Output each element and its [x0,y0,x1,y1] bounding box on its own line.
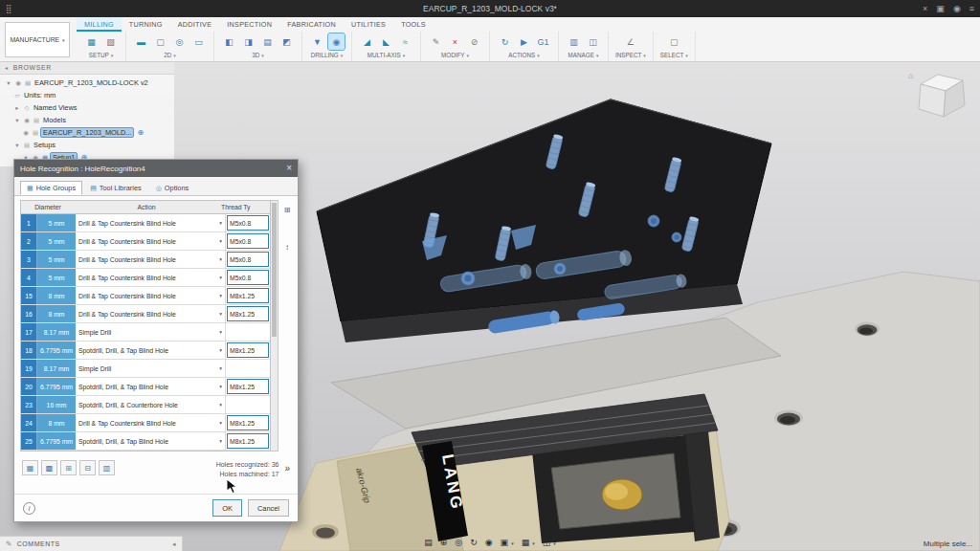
2d-group-dropdown[interactable]: 2D▾ [164,52,176,58]
browser-item-models[interactable]: ▾◉▤Models [0,114,174,126]
setup-group-dropdown[interactable]: SETUP▾ [89,52,114,58]
3d-pocket-icon[interactable]: ◨ [240,33,256,50]
drill-icon[interactable]: ▼ [309,33,325,50]
inspect-group-dropdown[interactable]: INSPECT▾ [615,52,646,58]
thread-value[interactable]: M5x0.8 [227,233,269,249]
file-tab-icon[interactable]: ▤ [424,539,433,547]
scrollbar-thumb[interactable] [272,203,277,337]
thread-cell[interactable] [226,323,270,341]
app-grid-icon[interactable]: ⣿ [6,5,12,13]
workspace-selector[interactable]: MANUFACTURE ▾ [5,22,70,57]
face-icon[interactable]: ▬ [133,33,149,50]
thread-value[interactable]: M8x1.25 [227,415,269,430]
adaptive-clearing-icon[interactable]: ◧ [221,33,237,50]
action-select[interactable]: Drill & Tap Countersink Blind Hole▾ [76,251,226,268]
thread-cell[interactable]: M5x0.8 [226,269,270,286]
notifications-icon[interactable]: ≡ [969,5,974,13]
sort-icon[interactable]: ↕ [285,243,289,252]
close-document-icon[interactable]: × [923,5,927,13]
profile-icon[interactable]: ◉ [953,5,961,13]
tab-milling[interactable]: MILLING [77,17,122,32]
action-select[interactable]: Simple Drill▾ [76,360,226,377]
expand-panel-icon[interactable]: » [284,463,290,474]
browser-item-model-earcup[interactable]: ◉▤EARCUP_R_1203_MOLD...⊕ [0,126,174,139]
modify-group-dropdown[interactable]: MODIFY▾ [441,52,469,58]
viewports-icon[interactable]: ◫ [543,539,551,547]
action-select[interactable]: Spotdrill, Drill, & Tap Blind Hole▾ [76,342,226,359]
thread-cell[interactable]: M8x1.25 [226,305,270,322]
collapse-groups-icon[interactable]: ⊟ [79,460,96,475]
action-select[interactable]: Spotdrill, Drill, & Counterbore Hole▾ [76,396,226,413]
browser-item-root[interactable]: ▾◉▤EARCUP_R_1203_MOLD-LOCK v2 [0,77,174,89]
hole-filter-icon[interactable]: ⊞ [284,206,291,214]
generate-icon[interactable]: ↻ [497,33,513,50]
thread-cell[interactable]: M5x0.8 [226,214,270,231]
multi-axis-contour-icon[interactable]: ◣ [378,33,394,50]
measure-icon[interactable]: ∠ [622,33,638,50]
swarf-icon[interactable]: ◢ [359,33,375,50]
thread-value[interactable]: M5x0.8 [227,215,269,231]
hole-recognition-icon[interactable]: ◉ [328,33,345,50]
thread-value[interactable]: M8x1.25 [227,342,269,358]
2d-pocket-icon[interactable]: ▢ [152,33,168,50]
dialog-tab-hole-groups[interactable]: ▦Hole Groups [20,181,82,195]
thread-cell[interactable]: M8x1.25 [226,378,270,395]
expand-groups-icon[interactable]: ⊞ [60,460,77,475]
mold-block[interactable] [317,99,771,342]
view-cube[interactable]: ⌂ [907,67,974,128]
parallel-icon[interactable]: ▤ [259,33,276,50]
3d-group-dropdown[interactable]: 3D▾ [252,52,264,58]
browser-item-units[interactable]: ▱Units: mm [0,89,174,101]
extensions-icon[interactable]: ▣ [936,5,945,13]
select-group-dropdown[interactable]: SELECT▾ [660,52,688,58]
ok-button[interactable]: OK [212,499,242,517]
actions-group-dropdown[interactable]: ACTIONS▾ [508,52,540,58]
thread-cell[interactable]: M5x0.8 [226,232,270,250]
dialog-tab-tool-libraries[interactable]: ▤Tool Libraries [83,181,148,195]
suppress-icon[interactable]: ⊘ [466,33,482,50]
orbit-icon[interactable]: ↻ [470,539,478,547]
thread-cell[interactable]: M8x1.25 [226,432,270,450]
drilling-group-dropdown[interactable]: DRILLING▾ [311,52,344,58]
tab-fabrication[interactable]: FABRICATION [279,17,344,32]
thread-value[interactable]: M8x1.25 [227,433,269,449]
cancel-button[interactable]: Cancel [248,499,289,517]
thread-cell[interactable] [226,360,270,377]
add-icon[interactable]: ⊕ [137,128,144,137]
thread-value[interactable]: M5x0.8 [227,252,269,267]
edit-toolpath-icon[interactable]: ✎ [428,33,444,50]
2d-contour-icon[interactable]: ◎ [171,33,188,50]
grid-settings-icon[interactable]: ▦ [522,539,530,547]
select-icon[interactable]: ▢ [666,33,682,50]
delete-toolpath-icon[interactable]: × [447,33,463,50]
thread-cell[interactable] [226,396,270,413]
clear-selection-icon[interactable]: ▩ [41,460,57,475]
dialog-close-icon[interactable]: × [286,164,292,173]
action-select[interactable]: Spotdrill, Drill, & Tap Blind Hole▾ [76,432,226,450]
simulate-icon[interactable]: ▶ [516,33,532,50]
scallop-icon[interactable]: ◩ [278,33,295,50]
thread-value[interactable]: M8x1.25 [227,288,269,303]
comments-bar[interactable]: ✎ COMMENTS ◂ [0,536,183,551]
multi-axis-group-dropdown[interactable]: MULTI-AXIS▾ [368,52,405,58]
thread-cell[interactable]: M5x0.8 [226,251,270,268]
post-process-icon[interactable]: G1 [535,33,551,50]
tab-inspection[interactable]: INSPECTION [219,17,279,32]
look-at-icon[interactable]: ◉ [485,539,493,547]
new-setup-icon[interactable]: ▦ [83,33,100,50]
select-all-rows-icon[interactable]: ▦ [22,460,38,475]
tab-additive[interactable]: ADDITIVE [170,17,220,32]
thread-value[interactable]: M5x0.8 [227,270,269,285]
info-icon[interactable]: i [23,502,35,515]
thread-value[interactable]: M8x1.25 [227,306,269,321]
stock-icon[interactable]: ▧ [102,33,119,50]
action-select[interactable]: Drill & Tap Countersink Blind Hole▾ [76,287,226,304]
table-scrollbar[interactable] [271,200,278,452]
action-select[interactable]: Drill & Tap Countersink Blind Hole▾ [76,214,226,231]
thread-value[interactable]: M8x1.25 [227,379,269,394]
flow-icon[interactable]: ≈ [397,33,413,50]
dialog-titlebar[interactable]: Hole Recognition : HoleRecognition4 × [14,160,298,177]
action-select[interactable]: Simple Drill▾ [76,323,226,341]
collapse-comments-icon[interactable]: ◂ [172,540,176,548]
slot-icon[interactable]: ▭ [190,33,207,50]
